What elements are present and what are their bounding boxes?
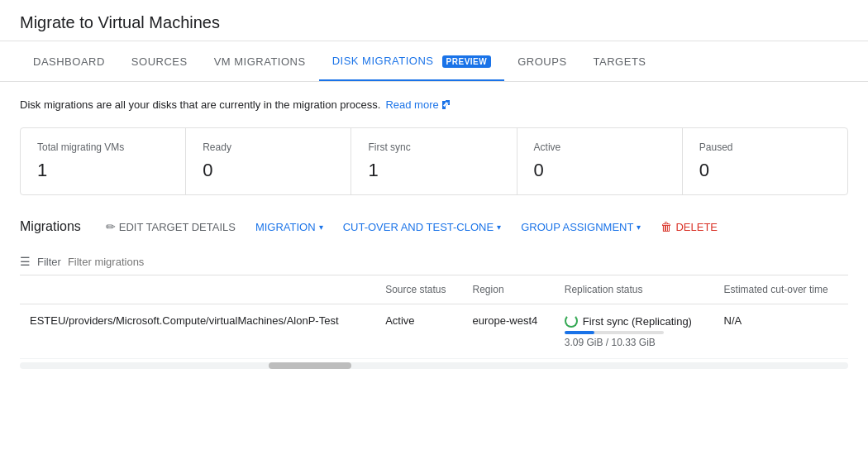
row-estimated-cutover: N/A — [714, 304, 848, 359]
group-assignment-button[interactable]: GROUP ASSIGNMENT ▾ — [513, 216, 649, 238]
row-region: europe-west4 — [463, 304, 555, 359]
stat-ready: Ready 0 — [186, 128, 351, 194]
nav-tabs: DASHBOARD SOURCES VM MIGRATIONS DISK MIG… — [0, 41, 868, 82]
main-content: Disk migrations are all your disks that … — [0, 82, 868, 386]
stat-total-vms-label: Total migrating VMs — [37, 141, 169, 153]
tab-groups[interactable]: GROUPS — [504, 42, 579, 81]
migration-caret-icon: ▾ — [319, 223, 323, 232]
migrations-toolbar: Migrations ✏ EDIT TARGET DETAILS MIGRATI… — [20, 215, 848, 238]
col-estimated-cutover: Estimated cut-over time — [714, 275, 848, 304]
tab-targets[interactable]: TARGETS — [580, 42, 660, 81]
stat-paused-value: 0 — [699, 160, 831, 181]
stat-active-value: 0 — [534, 160, 665, 181]
filter-bar: ☰ Filter — [20, 248, 848, 275]
stat-paused: Paused 0 — [683, 128, 847, 194]
stat-first-sync-label: First sync — [368, 141, 499, 153]
scrollbar-thumb — [269, 362, 351, 369]
app-title: Migrate to Virtual Machines — [20, 13, 848, 32]
description-text: Disk migrations are all your disks that … — [20, 98, 380, 111]
stat-active: Active 0 — [517, 128, 683, 194]
col-name — [20, 275, 375, 304]
stat-ready-value: 0 — [203, 160, 334, 181]
migrations-section: Migrations ✏ EDIT TARGET DETAILS MIGRATI… — [20, 215, 848, 369]
tab-dashboard[interactable]: DASHBOARD — [20, 42, 118, 81]
col-region: Region — [463, 275, 555, 304]
migration-button[interactable]: MIGRATION ▾ — [247, 216, 331, 238]
preview-badge: PREVIEW — [442, 55, 492, 68]
stat-paused-label: Paused — [699, 141, 831, 153]
tab-disk-migrations[interactable]: DISK MIGRATIONS PREVIEW — [319, 41, 505, 81]
stat-total-vms-value: 1 — [37, 160, 169, 181]
table-header-row: Source status Region Replication status … — [20, 275, 848, 304]
cutover-caret-icon: ▾ — [497, 223, 501, 232]
filter-icon: ☰ — [20, 255, 31, 268]
trash-icon: 🗑 — [661, 220, 672, 233]
tab-sources[interactable]: SOURCES — [118, 42, 201, 81]
scrollbar-track[interactable] — [20, 362, 848, 369]
stat-total-vms: Total migrating VMs 1 — [21, 128, 186, 194]
app-header: Migrate to Virtual Machines — [0, 0, 868, 41]
stat-first-sync: First sync 1 — [351, 128, 517, 194]
row-name: ESTEU/providers/Microsoft.Compute/virtua… — [20, 304, 375, 359]
description-bar: Disk migrations are all your disks that … — [20, 98, 848, 111]
cutover-button[interactable]: CUT-OVER AND TEST-CLONE ▾ — [335, 216, 510, 238]
progress-text: 3.09 GiB / 10.33 GiB — [565, 337, 704, 348]
filter-input[interactable] — [68, 256, 848, 268]
progress-bar — [565, 331, 664, 334]
migrations-title: Migrations — [20, 219, 81, 234]
row-source-status: Active — [375, 304, 462, 359]
stat-active-label: Active — [534, 141, 665, 153]
stat-first-sync-value: 1 — [368, 160, 499, 181]
tab-vm-migrations[interactable]: VM MIGRATIONS — [201, 42, 319, 81]
col-source-status: Source status — [375, 275, 462, 304]
row-replication-status: First sync (Replicating) 3.09 GiB / 10.3… — [555, 304, 714, 359]
table-row: ESTEU/providers/Microsoft.Compute/virtua… — [20, 304, 848, 359]
external-link-icon — [441, 100, 451, 110]
pencil-icon: ✏ — [106, 220, 116, 233]
sync-icon — [565, 314, 578, 328]
col-replication-status: Replication status — [555, 275, 714, 304]
stat-ready-label: Ready — [203, 141, 334, 153]
migrations-table: Source status Region Replication status … — [20, 275, 848, 359]
group-caret-icon: ▾ — [637, 223, 641, 232]
progress-bar-fill — [565, 331, 594, 334]
migrations-table-container: Source status Region Replication status … — [20, 275, 848, 369]
read-more-link[interactable]: Read more — [385, 98, 451, 111]
delete-button[interactable]: 🗑 DELETE — [652, 215, 726, 238]
stats-row: Total migrating VMs 1 Ready 0 First sync… — [20, 127, 848, 195]
edit-target-details-button[interactable]: ✏ EDIT TARGET DETAILS — [98, 215, 244, 238]
filter-label: Filter — [37, 256, 61, 268]
